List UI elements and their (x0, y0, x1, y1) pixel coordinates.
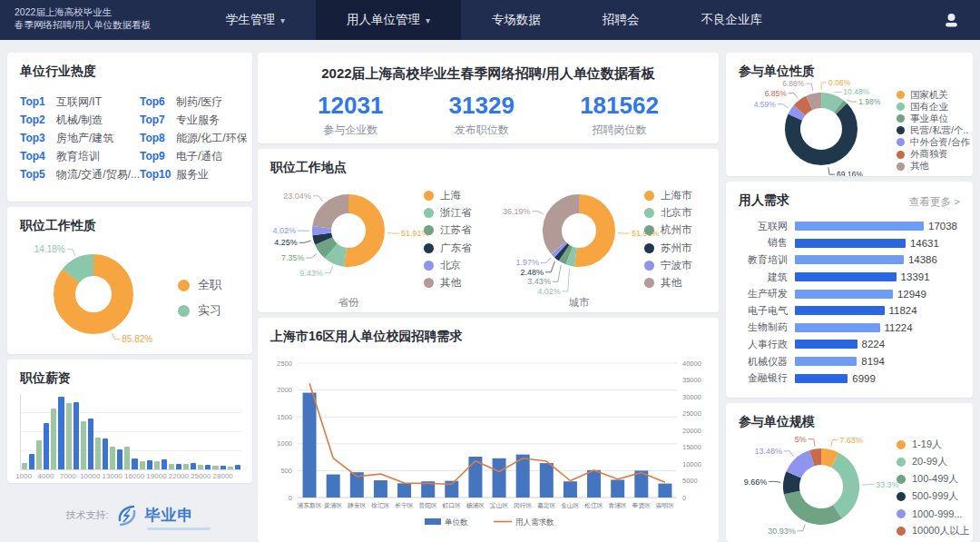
view-more-link[interactable]: 查看更多 > (909, 195, 960, 209)
legend-item: 苏州市 (644, 240, 692, 257)
pie-percent-label: 0.06% (828, 80, 851, 87)
district-bar (611, 479, 624, 498)
pie-label-leader (847, 100, 857, 102)
legend-dot (897, 527, 906, 536)
panel-dashboard-header: 2022届上海高校毕业生春季网络招聘/用人单位数据看板 12031 参与企业数 … (258, 53, 719, 143)
legend-item: 江苏省 (424, 222, 472, 239)
demand-row: 生产研发12949 (731, 285, 964, 302)
legend-dot (644, 243, 654, 253)
industry-name: 专业服务 (176, 113, 220, 128)
district-x-label: 闵行区 (514, 502, 533, 509)
left-axis-tick: 2000 (277, 386, 292, 394)
nav-item-label: 学生管理 (226, 12, 275, 28)
nav-item-label: 用人单位管理 (347, 12, 420, 28)
legend-dot (897, 163, 905, 171)
pie-percent-label: 9.66% (744, 478, 768, 487)
histogram-bar (228, 467, 233, 469)
legend-label: 500-999人 (912, 489, 958, 503)
rank-label: Top6 (140, 95, 176, 108)
histogram-bar (198, 465, 203, 469)
legend-dot (644, 191, 654, 201)
legend-dot (424, 278, 434, 288)
rank-label: Top8 (140, 132, 176, 144)
legend-label: 苏州市 (661, 241, 692, 255)
legend-label: 北京 (440, 259, 461, 272)
industry-name: 教育培训 (56, 149, 100, 164)
demand-bar (795, 272, 897, 281)
logo-line1: 2022届上海高校毕业生 (15, 5, 182, 18)
nav-item-5[interactable]: 不良企业库 (671, 0, 794, 40)
demand-value: 12949 (897, 289, 926, 300)
industry-rank-item: Top8能源/化工/环保 (140, 129, 248, 147)
pie-percent-label: 4.25% (274, 238, 298, 247)
pie-percent-label: 7.35% (281, 253, 305, 262)
pie-percent-label: 4.02% (537, 287, 561, 294)
rank-label: Top9 (140, 150, 176, 163)
demand-row: 销售14631 (731, 235, 964, 252)
histogram-bar (58, 397, 64, 470)
demand-bar-list: 互联网17038销售14631教育培训14386建筑13391生产研发12949… (726, 209, 973, 387)
legend-label: 广东省 (440, 241, 472, 255)
pie-percent-label: 9.43% (299, 269, 323, 278)
rank-label: Top1 (20, 95, 56, 108)
nav-item-4[interactable]: 招聘会 (572, 0, 671, 40)
pie-percent-label: 6.85% (765, 89, 788, 98)
histogram-bar (81, 421, 86, 469)
nav-item-1[interactable]: 学生管理▾ (195, 0, 316, 40)
histogram-bar (132, 458, 137, 469)
pie-percent-label: 13.48% (754, 447, 782, 456)
demand-category: 教育培训 (731, 253, 788, 267)
rank-label: Top2 (20, 113, 56, 126)
district-bar (374, 480, 387, 498)
legend-label: 10000人以上 (912, 524, 970, 537)
legend-label: 其他 (440, 276, 461, 290)
stat-openings: 181562 招聘岗位数 (580, 92, 659, 138)
panel-job-location: 职位工作地点 23.04%4.02%4.25%7.35%9.43%51.91% … (258, 149, 719, 312)
legend-dot (897, 509, 906, 518)
legend-dot (424, 243, 434, 253)
legend-dot (897, 138, 905, 146)
histogram-bar (110, 447, 115, 469)
legend-dot (897, 475, 906, 484)
stat-openings-value: 181562 (580, 92, 659, 120)
histogram-bar (140, 461, 145, 469)
legend-label: 实习 (198, 302, 221, 319)
demand-value: 11224 (885, 322, 913, 333)
legend-label: 全职 (198, 277, 221, 293)
right-axis-tick: 40000 (682, 360, 701, 368)
industry-rank-list: Top1互联网/ITTop2机械/制造Top3房地产/建筑Top4教育培训Top… (7, 84, 252, 191)
legend-dot (424, 191, 434, 201)
stat-positions: 31329 发布职位数 (449, 92, 514, 138)
pie-percent-label: 1.97% (515, 258, 539, 267)
industry-name: 互联网/IT (56, 94, 102, 110)
demand-value: 8224 (862, 339, 886, 350)
histogram-bar (162, 459, 167, 469)
demand-value: 17038 (928, 221, 957, 232)
nav-item-3[interactable]: 专场数据 (461, 0, 572, 40)
legend-item: 宁波市 (644, 257, 692, 274)
support-label: 技术支持: (65, 508, 108, 522)
demand-value: 8194 (861, 356, 885, 367)
district-x-label: 普陀区 (418, 502, 437, 509)
industry-rank-item: Top7专业服务 (140, 111, 248, 129)
industry-rank-item: Top5物流/交通/贸易/... (20, 165, 140, 183)
district-bar (658, 484, 671, 498)
histogram-bar (212, 466, 218, 469)
user-avatar-icon[interactable] (943, 12, 960, 29)
panel-company-scale: 参与单位规模 5%13.48%9.66%30.93%7.63%33.3% 1-1… (726, 403, 973, 542)
pie-percent-label: 6.88% (782, 80, 805, 88)
industry-rank-item: Top10服务业 (140, 165, 248, 183)
pie-percent-label: 36.19% (503, 207, 531, 216)
left-axis-tick: 0 (289, 494, 292, 502)
right-axis-tick: 0 (682, 494, 686, 502)
pie-label-leader (299, 241, 311, 242)
legend-item: 其他 (644, 274, 692, 291)
x-tick-label: 4000 (38, 472, 54, 480)
district-x-label: 奉贤区 (632, 502, 652, 509)
right-axis-tick: 5000 (682, 477, 698, 485)
footer-support: 技术支持: 毕业申 (7, 490, 252, 540)
nav-item-2[interactable]: 用人单位管理▾ (316, 0, 461, 40)
histogram-bar (147, 460, 152, 469)
demand-row: 建筑13391 (731, 269, 964, 286)
demand-value: 14386 (908, 254, 937, 265)
